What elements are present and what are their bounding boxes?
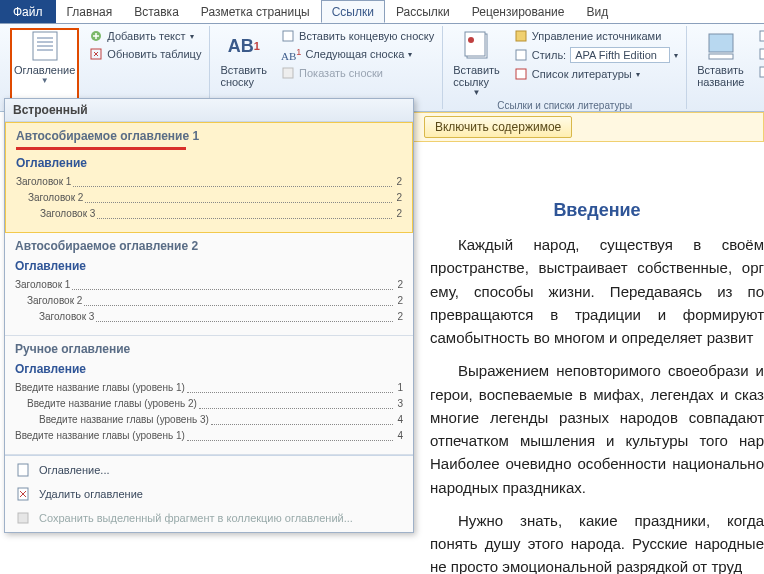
remove-toc-label: Удалить оглавление (39, 488, 143, 500)
group-toc: Оглавление ▼ Добавить текст ▾ Обновить т… (4, 26, 210, 109)
custom-toc-label: Оглавление... (39, 464, 110, 476)
update-table-button[interactable]: Обновить таблицу (87, 46, 203, 62)
group-footnotes: AB1 Вставить сноску Вставить концевую сн… (210, 26, 443, 109)
tab-insert[interactable]: Вставка (123, 0, 190, 23)
toc-line: Заголовок 32 (16, 206, 402, 222)
caption-icon (705, 30, 737, 62)
insert-endnote-label: Вставить концевую сноску (299, 30, 434, 42)
update-table-label: Обновить таблицу (107, 48, 201, 60)
show-notes-label: Показать сноски (299, 67, 383, 79)
toc-line: Введите название главы (уровень 1)4 (15, 428, 403, 444)
next-footnote-icon: AB1 (281, 47, 301, 62)
footnote-side: Вставить концевую сноску AB1 Следующая с… (279, 28, 436, 107)
toc-line: Введите название главы (уровень 1)1 (15, 380, 403, 396)
svg-rect-16 (709, 54, 733, 59)
save-icon (15, 510, 31, 526)
toc-preview-title-3: Оглавление (15, 362, 403, 376)
toc-option-auto1[interactable]: Автособираемое оглавление 1 Оглавление З… (5, 122, 413, 233)
add-text-icon (89, 29, 103, 43)
toc-option-manual[interactable]: Ручное оглавление Оглавление Введите наз… (5, 336, 413, 455)
svg-rect-7 (283, 31, 293, 41)
style-picker[interactable]: Стиль: APA Fifth Edition ▾ (512, 46, 680, 64)
toc-line: Заголовок 12 (15, 277, 403, 293)
show-notes-icon (281, 66, 295, 80)
doc-paragraph: Каждый народ, существуя в своём простран… (430, 233, 764, 349)
svg-rect-10 (465, 32, 485, 56)
tab-review[interactable]: Рецензирование (461, 0, 576, 23)
toc-preview-title-2: Оглавление (15, 259, 403, 273)
document-area[interactable]: Введение Каждый народ, существуя в своём… (420, 160, 764, 574)
custom-toc-button[interactable]: Оглавление... (5, 458, 413, 482)
update-figures-button[interactable]: Обн (756, 46, 764, 62)
document-icon (15, 462, 31, 478)
svg-rect-22 (18, 513, 28, 523)
file-tab[interactable]: Файл (0, 0, 56, 23)
toc-auto2-title: Автособираемое оглавление 2 (15, 239, 403, 253)
doc-title: Введение (430, 200, 764, 221)
insert-footnote-label: Вставить сноску (220, 64, 267, 88)
svg-rect-20 (18, 464, 28, 476)
manage-sources-label: Управление источниками (532, 30, 661, 42)
insert-endnote-button[interactable]: Вставить концевую сноску (279, 28, 436, 44)
citation-side: Управление источниками Стиль: APA Fifth … (512, 28, 680, 99)
add-text-button[interactable]: Добавить текст ▾ (87, 28, 203, 44)
toc-button[interactable]: Оглавление ▼ (10, 28, 79, 107)
style-label: Стиль: (532, 49, 566, 61)
manage-sources-button[interactable]: Управление источниками (512, 28, 680, 44)
table-figures-button[interactable]: Спис (756, 28, 764, 44)
tab-references[interactable]: Ссылки (321, 0, 385, 23)
security-bar: чен. Включить содержимое (380, 112, 764, 142)
bibliography-button[interactable]: Список литературы ▾ (512, 66, 680, 82)
insert-citation-button[interactable]: Вставить ссылку ▼ (449, 28, 504, 99)
toc-line: Введите название главы (уровень 2)3 (15, 396, 403, 412)
crossref-icon (758, 65, 764, 79)
group-captions-label (693, 107, 764, 109)
toc-icon (29, 30, 61, 62)
doc-paragraph: Нужно знать, какие праздники, когда поня… (430, 509, 764, 574)
enable-content-button[interactable]: Включить содержимое (424, 116, 572, 138)
endnote-icon (281, 29, 295, 43)
tab-home[interactable]: Главная (56, 0, 124, 23)
toc-line: Заголовок 32 (15, 309, 403, 325)
remove-icon (15, 486, 31, 502)
caption-side: Спис Обн Пере (756, 28, 764, 107)
show-notes-button[interactable]: Показать сноски (279, 65, 436, 81)
footnote-icon: AB1 (228, 30, 260, 62)
next-footnote-label: Следующая сноска (305, 48, 404, 60)
add-text-label: Добавить текст (107, 30, 185, 42)
style-value[interactable]: APA Fifth Edition (570, 47, 670, 63)
insert-footnote-button[interactable]: AB1 Вставить сноску (216, 28, 271, 107)
toc-line: Заголовок 22 (16, 190, 402, 206)
tab-mailings[interactable]: Рассылки (385, 0, 461, 23)
save-toc-button: Сохранить выделенный фрагмент в коллекци… (5, 506, 413, 530)
insert-caption-label: Вставить название (697, 64, 744, 88)
group-captions: Вставить название Спис Обн Пере (687, 26, 764, 109)
tab-view[interactable]: Вид (575, 0, 619, 23)
toc-button-label: Оглавление (14, 64, 75, 76)
toc-gallery-panel: Встроенный Автособираемое оглавление 1 О… (4, 98, 414, 533)
toc-line: Введите название главы (уровень 3)4 (15, 412, 403, 428)
toc-line: Заголовок 22 (15, 293, 403, 309)
next-footnote-button[interactable]: AB1 Следующая сноска ▾ (279, 46, 436, 63)
svg-rect-17 (760, 31, 764, 41)
refresh-icon (758, 47, 764, 61)
bibliography-icon (514, 67, 528, 81)
update-icon (89, 47, 103, 61)
insert-citation-label: Вставить ссылку (453, 64, 500, 88)
sources-icon (514, 29, 528, 43)
svg-point-11 (468, 37, 474, 43)
toc-side-buttons: Добавить текст ▾ Обновить таблицу (87, 28, 203, 107)
red-highlight-line (16, 147, 186, 150)
list-icon (758, 29, 764, 43)
group-citations-label: Ссылки и списки литературы (449, 99, 680, 112)
dropdown-arrow-icon: ▼ (41, 76, 49, 85)
cross-ref-button[interactable]: Пере (756, 64, 764, 80)
toc-option-auto2[interactable]: Автособираемое оглавление 2 Оглавление З… (5, 233, 413, 336)
insert-caption-button[interactable]: Вставить название (693, 28, 748, 107)
remove-toc-button[interactable]: Удалить оглавление (5, 482, 413, 506)
toc-preview-title-1: Оглавление (16, 156, 402, 170)
svg-rect-12 (516, 31, 526, 41)
tab-layout[interactable]: Разметка страницы (190, 0, 321, 23)
ab-text: AB (228, 36, 254, 57)
citation-icon (461, 30, 493, 62)
